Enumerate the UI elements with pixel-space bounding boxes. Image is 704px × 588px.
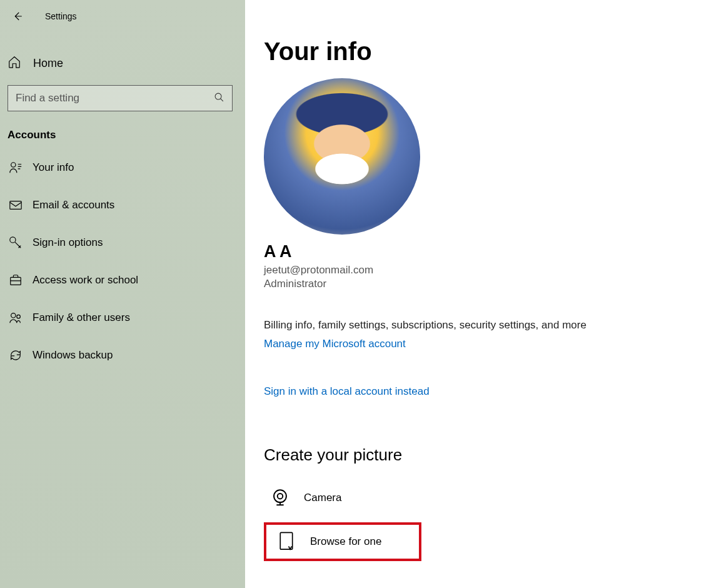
home-nav[interactable]: Home	[0, 48, 245, 79]
sidebar-item-work[interactable]: Access work or school	[0, 261, 245, 299]
people-icon	[8, 311, 24, 325]
browse-label: Browse for one	[310, 535, 381, 548]
svg-point-0	[215, 93, 221, 99]
sidebar-item-backup[interactable]: Windows backup	[0, 337, 245, 374]
svg-point-1	[11, 163, 16, 167]
sidebar-item-label: Family & other users	[33, 312, 130, 324]
back-button[interactable]	[11, 10, 24, 23]
svg-point-5	[11, 313, 16, 318]
sidebar-item-label: Email & accounts	[33, 199, 114, 211]
svg-rect-2	[10, 201, 21, 210]
sidebar: Settings Home Accounts Your info Email &…	[0, 0, 245, 588]
svg-point-8	[278, 494, 283, 499]
local-account-link[interactable]: Sign in with a local account instead	[264, 385, 430, 398]
sidebar-item-family[interactable]: Family & other users	[0, 299, 245, 337]
camera-option[interactable]: Camera	[264, 477, 685, 519]
home-label: Home	[33, 57, 63, 70]
svg-rect-9	[280, 532, 292, 549]
header-row: Settings	[0, 4, 245, 29]
sidebar-section-title: Accounts	[0, 111, 245, 149]
svg-point-6	[17, 315, 21, 318]
create-picture-heading: Create your picture	[264, 445, 685, 465]
svg-point-3	[10, 237, 16, 243]
camera-label: Camera	[304, 492, 341, 504]
key-icon	[8, 236, 24, 250]
sidebar-item-label: Your info	[33, 161, 74, 174]
browse-icon	[274, 531, 299, 552]
main-content: Your info A A jeetut@protonmail.com Admi…	[245, 0, 704, 588]
manage-account-link[interactable]: Manage my Microsoft account	[264, 338, 406, 350]
browse-highlight: Browse for one	[264, 522, 421, 561]
sidebar-item-signin[interactable]: Sign-in options	[0, 224, 245, 261]
header-title: Settings	[45, 11, 77, 21]
briefcase-icon	[8, 273, 24, 287]
user-email: jeetut@protonmail.com	[264, 264, 685, 276]
sidebar-item-email[interactable]: Email & accounts	[0, 186, 245, 224]
user-name: A A	[264, 242, 685, 261]
search-box[interactable]	[8, 85, 233, 111]
camera-icon	[268, 487, 293, 509]
sidebar-item-your-info[interactable]: Your info	[0, 149, 245, 186]
mail-icon	[8, 198, 24, 212]
svg-point-7	[274, 490, 286, 502]
sidebar-item-label: Windows backup	[33, 349, 113, 362]
home-icon	[8, 55, 21, 71]
sidebar-item-label: Sign-in options	[33, 236, 103, 249]
account-info-text: Billing info, family settings, subscript…	[264, 319, 685, 332]
person-icon	[8, 161, 24, 175]
search-input[interactable]	[16, 92, 214, 104]
user-role: Administrator	[264, 278, 685, 290]
browse-option[interactable]: Browse for one	[270, 531, 415, 552]
avatar	[264, 78, 420, 235]
back-arrow-icon	[12, 11, 23, 22]
sync-icon	[8, 348, 24, 362]
page-title: Your info	[264, 38, 685, 66]
search-icon	[214, 92, 224, 105]
sidebar-item-label: Access work or school	[33, 274, 138, 286]
